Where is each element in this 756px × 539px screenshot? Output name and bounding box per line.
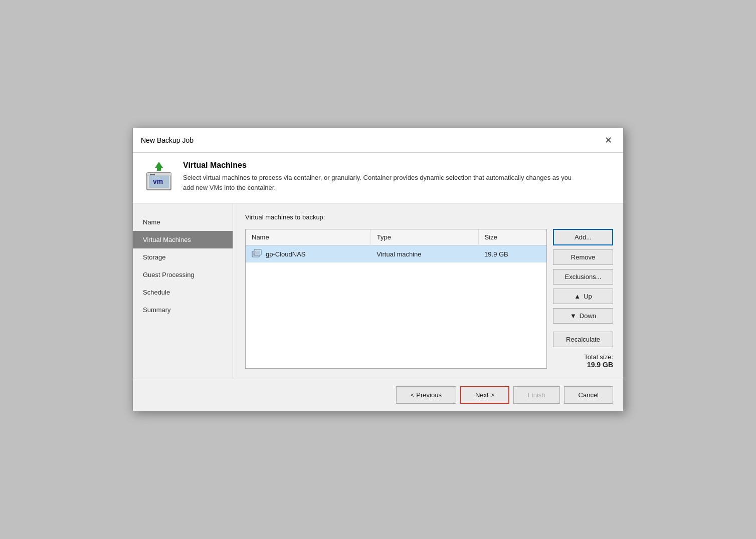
vm-name: gp-CloudNAS [266,250,306,258]
footer: < Previous Next > Finish Cancel [133,379,623,411]
header-description: Select virtual machines to process via c… [183,173,584,192]
svg-marker-3 [155,162,163,171]
total-size-value: 19.9 GB [553,361,613,369]
sidebar-item-guest-processing[interactable]: Guest Processing [133,266,233,284]
table-and-buttons: Name Type Size [245,229,613,369]
col-name: Name [246,229,370,245]
close-button[interactable]: ✕ [601,133,615,147]
exclusions-button[interactable]: Exclusions... [553,269,613,285]
up-arrow-icon: ▲ [574,293,581,300]
vm-type: Virtual machine [370,245,478,263]
vm-size: 19.9 GB [478,245,546,263]
svg-rect-10 [255,250,260,254]
content-area: Name Virtual Machines Storage Guest Proc… [133,203,623,379]
vm-table: Name Type Size [246,229,546,262]
next-button[interactable]: Next > [460,386,509,404]
header-title: Virtual Machines [183,161,584,170]
down-button[interactable]: ▼ Down [553,308,613,324]
recalculate-button[interactable]: Recalculate [553,332,613,347]
down-arrow-icon: ▼ [570,312,577,320]
previous-button[interactable]: < Previous [396,386,456,404]
vm-table-container: Name Type Size [245,229,547,369]
table-row[interactable]: gp-CloudNAS Virtual machine 19.9 GB [246,245,546,263]
up-button[interactable]: ▲ Up [553,289,613,304]
header-section: vm Virtual Machines Select virtual machi… [133,153,623,203]
main-content: Virtual machines to backup: Name Type Si… [233,203,623,379]
svg-text:vm: vm [153,177,163,185]
side-buttons: Add... Remove Exclusions... ▲ Up ▼ Down … [553,229,613,369]
vm-name-cell: gp-CloudNAS [246,245,370,263]
title-bar: New Backup Job ✕ [133,128,623,153]
col-size: Size [478,229,546,245]
remove-button[interactable]: Remove [553,249,613,265]
header-icon: vm [143,161,175,193]
sidebar-item-storage[interactable]: Storage [133,248,233,266]
new-backup-job-dialog: New Backup Job ✕ vm Virtual Machines Sel… [132,128,624,411]
sidebar-item-virtual-machines[interactable]: Virtual Machines [133,231,233,248]
col-type: Type [370,229,478,245]
total-size-label: Total size: [584,353,613,361]
add-button[interactable]: Add... [553,229,613,245]
header-text: Virtual Machines Select virtual machines… [183,161,584,192]
svg-rect-6 [150,174,155,175]
total-size-section: Total size: 19.9 GB [553,353,613,369]
sidebar-item-summary[interactable]: Summary [133,301,233,319]
dialog-title: New Backup Job [141,136,194,144]
vm-row-icon [252,249,262,259]
sidebar: Name Virtual Machines Storage Guest Proc… [133,203,233,379]
cancel-button[interactable]: Cancel [564,386,613,404]
sidebar-item-name[interactable]: Name [133,213,233,231]
sidebar-item-schedule[interactable]: Schedule [133,284,233,301]
finish-button[interactable]: Finish [513,386,560,404]
section-title: Virtual machines to backup: [245,213,613,221]
